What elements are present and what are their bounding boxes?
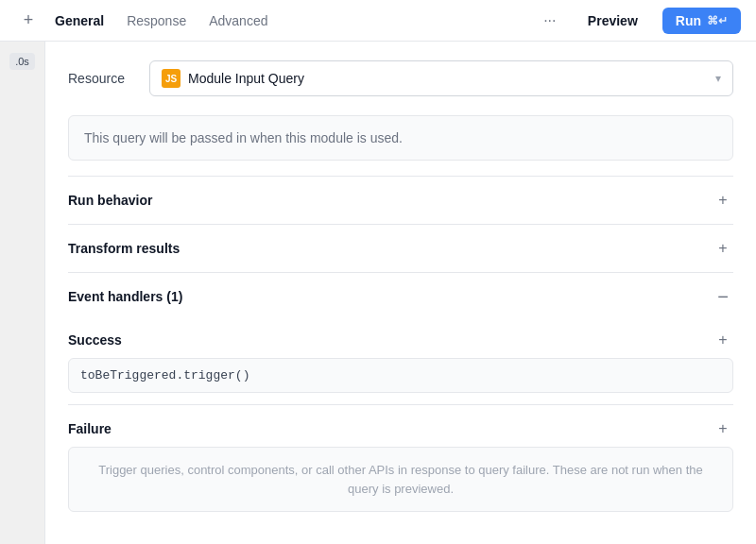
transform-results-section[interactable]: Transform results + bbox=[68, 224, 733, 272]
js-badge: JS bbox=[162, 69, 180, 88]
event-handlers-section: Event handlers (1) − Success + toBeTrigg… bbox=[68, 272, 733, 512]
success-code: toBeTriggered.trigger() bbox=[80, 368, 249, 382]
failure-handler-header: Failure + bbox=[68, 405, 733, 447]
top-bar-right: ··· Preview Run ⌘↵ bbox=[537, 8, 741, 34]
run-behavior-title: Run behavior bbox=[68, 193, 152, 208]
resource-name: Module Input Query bbox=[188, 71, 708, 86]
content-panel: Resource JS Module Input Query ▾ This qu… bbox=[45, 42, 756, 544]
event-handlers-title: Event handlers (1) bbox=[68, 289, 182, 304]
success-plus-icon[interactable]: + bbox=[713, 330, 733, 350]
preview-button[interactable]: Preview bbox=[575, 8, 651, 33]
run-shortcut: ⌘↵ bbox=[707, 14, 728, 27]
info-box-text: This query will be passed in when this m… bbox=[84, 130, 403, 145]
top-bar: + General Response Advanced ··· Preview … bbox=[0, 0, 756, 42]
resource-select[interactable]: JS Module Input Query ▾ bbox=[149, 60, 733, 96]
success-handler-block: Success + toBeTriggered.trigger() bbox=[68, 320, 733, 393]
info-box: This query will be passed in when this m… bbox=[68, 115, 733, 161]
resource-row: Resource JS Module Input Query ▾ bbox=[68, 60, 733, 96]
failure-handler-block: Failure + Trigger queries, control compo… bbox=[68, 404, 733, 512]
more-button[interactable]: ··· bbox=[537, 8, 563, 34]
run-button[interactable]: Run ⌘↵ bbox=[662, 8, 741, 34]
left-sidebar: .0s bbox=[0, 42, 45, 544]
failure-placeholder-box: Trigger queries, control components, or … bbox=[68, 447, 733, 512]
chevron-down-icon: ▾ bbox=[715, 72, 721, 85]
tab-advanced[interactable]: Advanced bbox=[199, 7, 277, 35]
failure-plus-icon[interactable]: + bbox=[713, 418, 733, 439]
transform-results-plus-icon[interactable]: + bbox=[713, 238, 733, 259]
tab-general[interactable]: General bbox=[45, 7, 113, 35]
run-behavior-plus-icon[interactable]: + bbox=[713, 190, 733, 211]
main-area: .0s Resource JS Module Input Query ▾ Thi… bbox=[0, 42, 756, 544]
resource-label: Resource bbox=[68, 71, 134, 86]
success-handler-header: Success + bbox=[68, 320, 733, 358]
failure-title: Failure bbox=[68, 421, 112, 436]
success-code-box[interactable]: toBeTriggered.trigger() bbox=[68, 358, 733, 393]
tab-response[interactable]: Response bbox=[117, 7, 196, 35]
run-behavior-section[interactable]: Run behavior + bbox=[68, 176, 733, 224]
sidebar-chip: .0s bbox=[9, 53, 35, 70]
success-title: Success bbox=[68, 332, 122, 348]
event-handlers-collapse-icon[interactable]: − bbox=[713, 286, 733, 307]
failure-placeholder-text: Trigger queries, control components, or … bbox=[98, 463, 703, 496]
run-label: Run bbox=[676, 13, 701, 28]
event-handlers-header[interactable]: Event handlers (1) − bbox=[68, 273, 733, 320]
top-bar-left: + General Response Advanced bbox=[15, 7, 537, 35]
transform-results-title: Transform results bbox=[68, 241, 180, 256]
add-button[interactable]: + bbox=[15, 8, 42, 34]
